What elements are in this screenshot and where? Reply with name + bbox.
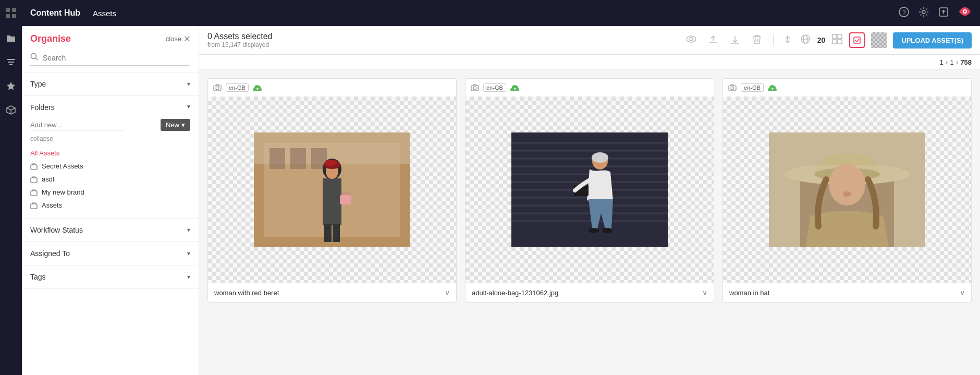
svg-rect-42	[333, 224, 340, 242]
svg-point-58	[592, 152, 608, 163]
assets-folder-label: Assets	[42, 201, 62, 209]
lang-badge-2: en-GB	[483, 83, 506, 92]
add-new-row: New ▾	[30, 119, 190, 131]
next-page-arrow[interactable]: ›	[956, 58, 959, 66]
sort-icon[interactable]	[782, 33, 793, 47]
asset-expand-icon-2[interactable]: ∨	[702, 288, 707, 297]
svg-rect-14	[31, 165, 37, 170]
asset-thumb-3	[723, 96, 971, 283]
workflow-status-filter-section: Workflow Status ▾	[22, 219, 199, 242]
svg-rect-1	[12, 8, 16, 12]
nav-folder-icon[interactable]	[0, 27, 22, 49]
new-folder-button[interactable]: New ▾	[161, 119, 190, 131]
checkerboard-view-btn[interactable]	[871, 32, 887, 48]
selected-info: 0 Assets selected from 15,147 displayed	[207, 32, 677, 49]
svg-rect-22	[832, 34, 837, 39]
folder-item-assets[interactable]: Assets	[30, 199, 190, 212]
upload-assets-button[interactable]: UPLOAD ASSET(S)	[893, 32, 972, 49]
workflow-status-label: Workflow Status	[30, 226, 83, 234]
svg-rect-33	[290, 148, 306, 169]
add-new-input[interactable]	[30, 120, 124, 130]
new-btn-label: New	[166, 121, 179, 129]
asset-card-2-bottom: adult-alone-bag-1231062.jpg ∨	[466, 283, 714, 302]
folders-content: New ▾ collapse All Assets Secret Assets	[22, 119, 199, 218]
asset-name-2: adult-alone-bag-1231062.jpg	[472, 289, 558, 297]
nav-filter-icon[interactable]	[0, 51, 22, 73]
count-per-page[interactable]: 20	[817, 36, 826, 44]
asset-card-1-bottom: woman with red beret ∨	[208, 283, 456, 302]
search-area	[22, 49, 199, 72]
upload-icon[interactable]	[705, 31, 721, 50]
workflow-chevron-icon: ▾	[187, 226, 190, 234]
export-icon[interactable]	[938, 7, 949, 20]
content-area: 0 Assets selected from 15,147 displayed	[199, 26, 980, 375]
selected-count: 0 Assets selected	[207, 32, 677, 41]
assigned-to-filter-section: Assigned To ▾	[22, 242, 199, 265]
current-page: 1	[939, 58, 943, 66]
download-icon[interactable]	[727, 31, 743, 50]
type-filter-header[interactable]: Type ▾	[22, 72, 199, 95]
svg-point-19	[690, 38, 693, 41]
svg-point-39	[325, 160, 337, 166]
delete-icon[interactable]	[749, 31, 765, 50]
top-icons: ?	[899, 5, 972, 21]
svg-point-18	[687, 36, 696, 42]
assigned-to-filter-header[interactable]: Assigned To ▾	[22, 242, 199, 265]
workflow-status-filter-header[interactable]: Workflow Status ▾	[22, 219, 199, 241]
selected-sub: from 15,147 displayed	[207, 41, 677, 49]
prev-page-arrow[interactable]: ‹	[946, 58, 948, 66]
camera-icon-3	[728, 83, 737, 92]
svg-rect-3	[12, 14, 16, 18]
asset-grid: en-GB	[199, 70, 980, 375]
folder-item-all-assets[interactable]: All Assets	[30, 147, 190, 160]
collapse-link[interactable]: collapse	[30, 135, 190, 142]
close-button[interactable]: close ✕	[166, 34, 190, 44]
search-input-wrap	[30, 53, 190, 66]
cloud-icon-2	[510, 83, 520, 92]
tags-chevron-icon: ▾	[187, 273, 190, 281]
logo-area	[0, 0, 22, 26]
search-input[interactable]	[43, 54, 190, 62]
grid-view-icon[interactable]	[831, 33, 843, 47]
svg-text:?: ?	[902, 9, 906, 16]
pagination-bar: 1 ‹ 1 › 758	[199, 55, 980, 70]
thumb-image-3	[723, 132, 971, 247]
folder-item-my-new-brand[interactable]: My new brand	[30, 186, 190, 199]
lang-badge-1: en-GB	[226, 83, 249, 92]
type-filter-label: Type	[30, 80, 46, 88]
svg-rect-2	[6, 14, 10, 18]
thumb-image-1	[208, 132, 456, 247]
svg-rect-40	[340, 195, 351, 204]
svg-rect-26	[854, 37, 860, 43]
top-bar: Content Hub Assets ?	[22, 0, 980, 26]
thumb-image-2	[466, 132, 714, 247]
select-all-checkbox[interactable]	[849, 32, 865, 48]
svg-point-44	[473, 87, 476, 90]
folder-item-secret-assets[interactable]: Secret Assets	[30, 160, 190, 173]
asset-name-1: woman with red beret	[214, 289, 279, 297]
folders-filter-header[interactable]: Folders ▴	[22, 96, 199, 119]
svg-rect-0	[6, 8, 10, 12]
folder-item-asdf[interactable]: asdf	[30, 173, 190, 186]
svg-point-12	[964, 10, 966, 13]
asset-expand-icon-1[interactable]: ∨	[445, 288, 450, 297]
help-icon[interactable]: ?	[899, 7, 909, 20]
nav-star-icon[interactable]	[0, 75, 22, 97]
eye-icon[interactable]	[958, 5, 972, 21]
asset-expand-icon-3[interactable]: ∨	[960, 288, 965, 297]
tags-filter-header[interactable]: Tags ▾	[22, 265, 199, 288]
briefcase-icon-brand	[30, 189, 38, 196]
svg-rect-17	[31, 204, 37, 209]
svg-point-9	[922, 10, 925, 14]
grid-menu-icon[interactable]	[5, 7, 17, 19]
preview-icon[interactable]	[683, 31, 699, 50]
total-pages: 758	[960, 58, 972, 66]
asset-thumb-1	[208, 96, 456, 283]
svg-rect-25	[838, 40, 842, 44]
globe-icon[interactable]	[800, 33, 811, 47]
nav-box-icon[interactable]	[0, 99, 22, 121]
settings-icon[interactable]	[918, 7, 929, 20]
close-icon: ✕	[183, 34, 190, 44]
svg-rect-16	[31, 191, 37, 196]
assigned-to-chevron-icon: ▾	[187, 250, 190, 257]
